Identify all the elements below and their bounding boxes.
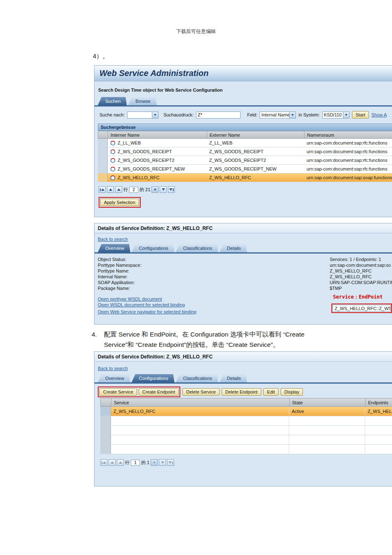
row-selector[interactable]: [100, 407, 111, 416]
feld-label: Feld:: [247, 112, 257, 117]
annotation-highlight-box: Z_WS_HELLO_RFC::Z_WS_H: [331, 304, 392, 313]
screenshot-details-overview-panel: Details of Service Definition: Z_WS_HELL…: [94, 223, 392, 325]
tab-suchen[interactable]: Suchen: [98, 97, 127, 105]
service-endpoint-field[interactable]: Z_WS_HELLO_RFC::Z_WS_H: [333, 305, 391, 312]
tab-details[interactable]: Details: [220, 244, 247, 252]
pager-row-up-button[interactable]: [115, 186, 122, 193]
row-selector[interactable]: [100, 445, 111, 454]
results-section-title: Suchergebnisse: [98, 123, 392, 131]
field-value: $TMP: [330, 286, 392, 291]
edit-button[interactable]: Edit: [263, 388, 279, 396]
show-advanced-link[interactable]: Show A: [371, 112, 387, 117]
table-row[interactable]: Z_WS_GOODS_RECEIPT_NEW Z_WS_GOODS_RECEIP…: [98, 165, 392, 173]
column-header-namensraum: Namensraum: [305, 131, 392, 138]
tab-overview[interactable]: Overview: [98, 244, 130, 252]
field-value: Z_WS_HELLO_RFC: [330, 274, 392, 279]
pager-last-button[interactable]: [167, 459, 174, 466]
screenshot-search-panel: Web Service Administration Search Design…: [94, 65, 392, 217]
selection-column-header: [98, 131, 108, 138]
back-to-search-link[interactable]: Back to search: [98, 237, 128, 242]
field-label: Object Status:: [94, 257, 330, 262]
field-value: Services: 1 / Endpoints: 1: [330, 257, 392, 262]
pager-page-up-button[interactable]: [109, 459, 116, 466]
tab-classifications[interactable]: Classifications: [176, 374, 218, 382]
tab-configurations[interactable]: Configurations: [132, 374, 175, 382]
display-button[interactable]: Display: [281, 388, 303, 396]
row-selector[interactable]: [100, 426, 111, 435]
back-to-search-link[interactable]: Back to search: [98, 366, 128, 371]
open-wsdl-selected-binding-link[interactable]: Open WSDL document for selected binding: [98, 302, 196, 307]
feld-select[interactable]: Internal Name: [260, 111, 296, 119]
search-results-table: Interner Name Externer Name Namensraum Z…: [98, 131, 392, 182]
apply-selection-button[interactable]: Apply Selection: [100, 199, 139, 206]
pager-last-button[interactable]: [168, 186, 175, 193]
pager-row-input[interactable]: 1: [131, 460, 140, 466]
delete-service-button[interactable]: Delete Service: [182, 388, 220, 396]
field-label: Package Name:: [94, 286, 330, 291]
table-header-row: Service State Endpoints: [100, 398, 392, 407]
pager-dropdown-button[interactable]: [151, 186, 158, 193]
row-selector[interactable]: [98, 173, 108, 182]
open-porttype-wsdl-link[interactable]: Open porttype WSDL document: [98, 296, 196, 301]
app-title-bar: Web Service Administration: [94, 66, 392, 81]
pager-first-button[interactable]: [100, 459, 107, 466]
pager-of-label: 的 21: [139, 187, 150, 193]
tab-browse[interactable]: Browse: [128, 97, 157, 105]
pager-row-label: 行: [125, 460, 130, 466]
table-row-empty[interactable]: [100, 435, 392, 445]
table-row-selected[interactable]: Z_WS_HELLO_RFC Z_WS_HELLO_RFC urn:sap-co…: [98, 173, 392, 182]
service-endpoint-annotation: Service：EndPoint: [333, 294, 383, 301]
suche-nach-select[interactable]: [127, 111, 158, 119]
services-table: Service State Endpoints Z_WS_HELLO_RFC A…: [100, 398, 392, 454]
table-row-selected[interactable]: Z_WS_HELLO_RFC Active Z_WS_HELL: [100, 407, 392, 416]
pager-page-down-button[interactable]: [160, 186, 167, 193]
pager-of-label: 的 1: [141, 460, 149, 466]
column-header-state: State: [290, 398, 366, 406]
suchausdruck-input[interactable]: [196, 111, 241, 119]
pager-page-down-button[interactable]: [159, 459, 166, 466]
row-selector[interactable]: [100, 435, 111, 444]
open-ws-navigator-link[interactable]: Open Web Service navigator for selected …: [98, 309, 196, 314]
tab-details[interactable]: Details: [220, 374, 247, 382]
row-selector[interactable]: [100, 416, 111, 425]
field-label: Internal Name:: [94, 274, 330, 279]
row-selector[interactable]: [98, 156, 108, 164]
table-row[interactable]: Z_LL_WEB Z_LL_WEB urn:sap-com:document:s…: [98, 139, 392, 147]
pager-page-up-button[interactable]: [107, 186, 114, 193]
annotation-highlight-box: Apply Selection: [99, 197, 141, 208]
tab-overview[interactable]: Overview: [98, 374, 130, 382]
search-section-title: Search Design Time object for Web Servic…: [98, 88, 223, 92]
chevron-down-icon: [289, 112, 295, 118]
wsdl-links: Open porttype WSDL document Open WSDL do…: [98, 296, 196, 314]
create-service-button[interactable]: Create Service: [99, 388, 137, 396]
pager-first-button[interactable]: [99, 186, 106, 193]
tabstrip-divider: [94, 382, 392, 384]
start-button[interactable]: Start: [352, 111, 369, 119]
tab-configurations[interactable]: Configurations: [132, 244, 175, 252]
table-row-empty[interactable]: [100, 445, 392, 454]
system-select[interactable]: KSD/110: [322, 111, 349, 119]
column-header-externer-name: Externer Name: [207, 131, 305, 138]
table-pager: 行 2 的 21: [99, 186, 175, 193]
tab-classifications[interactable]: Classifications: [176, 244, 218, 252]
pager-row-up-button[interactable]: [117, 459, 124, 466]
pager-row-label: 行: [123, 187, 128, 193]
delete-endpoint-button[interactable]: Delete Endpoint: [222, 388, 261, 396]
row-selector[interactable]: [98, 165, 108, 173]
pager-row-input[interactable]: 2: [129, 187, 138, 193]
screenshot-details-configurations-panel: Details of Service Definition: Z_WS_HELL…: [94, 351, 392, 486]
configurations-toolbar: Create Service Create Endpoint Delete Se…: [98, 387, 303, 397]
field-label: SOAP Applikation:: [94, 280, 330, 285]
pager-dropdown-button[interactable]: [151, 459, 158, 466]
table-row-empty[interactable]: [100, 426, 392, 435]
field-value: Z_WS_HELLO_RFC: [330, 268, 392, 273]
row-selector[interactable]: [98, 139, 108, 147]
tabstrip-divider: [94, 252, 392, 254]
table-row[interactable]: Z_WS_GOODS_RECEIPT Z_WS_GOODS_RECEIPT ur…: [98, 147, 392, 156]
row-selector[interactable]: [98, 147, 108, 156]
field-label: Porttype Name:: [94, 268, 330, 273]
column-header-service: Service: [111, 398, 290, 406]
create-endpoint-button[interactable]: Create Endpoint: [139, 388, 179, 396]
table-row-empty[interactable]: [100, 416, 392, 426]
table-row[interactable]: Z_WS_GOODS_RECEIPT2 Z_WS_GOODS_RECEIPT2 …: [98, 156, 392, 165]
